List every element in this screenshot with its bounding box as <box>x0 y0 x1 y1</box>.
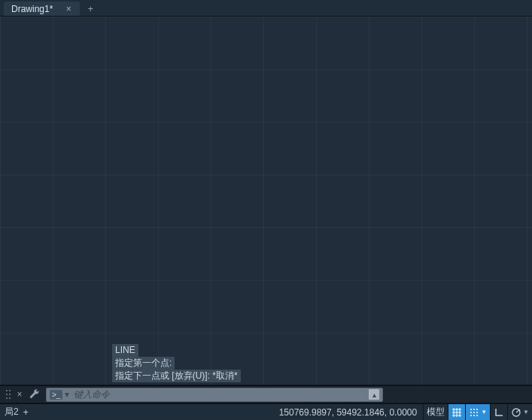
svg-point-19 <box>473 415 475 416</box>
status-toggles: 模型 ▼ ▼ <box>423 404 532 420</box>
svg-point-18 <box>470 415 472 416</box>
expand-history-icon[interactable]: ▴ <box>369 389 379 400</box>
grid-toggle[interactable] <box>448 404 465 420</box>
svg-point-4 <box>6 397 8 399</box>
svg-point-13 <box>473 409 475 410</box>
command-history-line: LINE <box>112 344 138 357</box>
svg-point-5 <box>9 397 11 399</box>
terminal-icon: >_ <box>50 390 62 400</box>
command-input-wrapper[interactable]: >_ ▾ ▴ <box>46 388 383 402</box>
layout-tab[interactable]: 局2 <box>5 406 19 418</box>
layout-tabs: 局2 + <box>0 406 33 418</box>
svg-point-1 <box>9 390 11 391</box>
command-history-line: 指定第一个点: <box>112 357 175 370</box>
svg-point-16 <box>473 412 475 413</box>
svg-point-20 <box>476 415 478 416</box>
svg-point-12 <box>470 409 472 410</box>
command-history-line: 指定下一点或 [放弃(U)]: *取消* <box>112 370 241 382</box>
document-tabbar: Drawing1* × + <box>0 0 532 17</box>
cursor-coordinates: 150769.9897, 59492.1846, 0.0000 <box>273 407 424 418</box>
document-tab-label: Drawing1* <box>11 4 53 14</box>
add-layout-button[interactable]: + <box>23 407 29 418</box>
command-bar: × >_ ▾ ▴ <box>0 385 532 403</box>
document-tab-active[interactable]: Drawing1* × <box>4 2 80 16</box>
model-space-button[interactable]: 模型 <box>423 404 448 420</box>
svg-point-17 <box>476 412 478 413</box>
drawing-area[interactable]: LINE 指定第一个点: 指定下一点或 [放弃(U)]: *取消* <box>0 17 532 385</box>
customize-icon[interactable] <box>28 388 41 401</box>
new-tab-button[interactable]: + <box>81 2 99 16</box>
status-bar: 局2 + 150769.9897, 59492.1846, 0.0000 模型 … <box>0 403 532 420</box>
ortho-toggle[interactable] <box>490 404 507 420</box>
svg-point-14 <box>476 409 478 410</box>
close-commandbar-icon[interactable]: × <box>14 389 25 400</box>
command-input[interactable] <box>74 389 369 400</box>
snap-mode-toggle[interactable]: ▼ <box>465 404 490 420</box>
drag-handle-icon[interactable] <box>2 389 14 400</box>
svg-point-0 <box>6 390 8 391</box>
command-history: LINE 指定第一个点: 指定下一点或 [放弃(U)]: *取消* <box>112 344 241 382</box>
svg-point-2 <box>6 394 8 395</box>
close-tab-icon[interactable]: × <box>63 4 74 14</box>
recent-commands-dropdown[interactable]: ▾ <box>65 389 69 400</box>
polar-tracking-toggle[interactable]: ▼ <box>507 404 532 420</box>
svg-point-3 <box>9 394 11 395</box>
svg-point-15 <box>470 412 472 413</box>
